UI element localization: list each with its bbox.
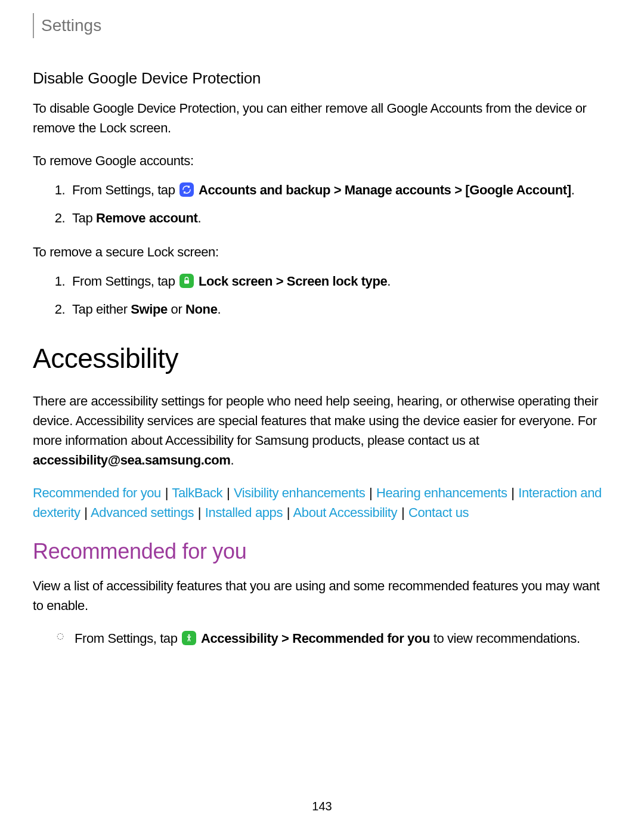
link-contact-us[interactable]: Contact us bbox=[408, 505, 469, 520]
step-text-bold: Remove account bbox=[96, 210, 197, 225]
step-remove-account-2: Tap Remove account. bbox=[69, 208, 611, 228]
link-installed-apps[interactable]: Installed apps bbox=[205, 505, 283, 520]
step-text-prefix: From Settings, tap bbox=[72, 274, 178, 289]
link-sep: | bbox=[84, 505, 87, 520]
intro-remove-accounts: To remove Google accounts: bbox=[33, 151, 611, 171]
step-text-suffix: . bbox=[218, 302, 221, 317]
steps-remove-lock-screen: From Settings, tap Lock screen > Screen … bbox=[33, 271, 611, 319]
svg-point-1 bbox=[188, 634, 190, 636]
recommended-intro: View a list of accessibility features th… bbox=[33, 576, 611, 615]
step-text-suffix: . bbox=[571, 182, 575, 197]
step-text-bold: Accessibility > Recommended for you bbox=[201, 631, 430, 646]
accessibility-intro-text: There are accessibility settings for peo… bbox=[33, 394, 598, 448]
accessibility-intro: There are accessibility settings for peo… bbox=[33, 391, 611, 470]
accessibility-icon bbox=[182, 631, 196, 645]
step-text-suffix: . bbox=[387, 274, 391, 289]
step-text-mid: to view recommendations. bbox=[430, 631, 580, 646]
step-text-bold: None bbox=[185, 302, 217, 317]
step-remove-lock-2: Tap either Swipe or None. bbox=[69, 299, 611, 319]
intro-remove-lock-screen: To remove a secure Lock screen: bbox=[33, 242, 611, 262]
page-header: Settings bbox=[33, 13, 611, 38]
link-sep: | bbox=[198, 505, 201, 520]
accessibility-intro-suffix: . bbox=[230, 453, 234, 467]
heading-accessibility: Accessibility bbox=[33, 338, 611, 379]
step-text-prefix: Tap bbox=[72, 210, 96, 225]
link-talkback[interactable]: TalkBack bbox=[172, 485, 222, 500]
link-visibility-enhancements[interactable]: Visibility enhancements bbox=[234, 485, 365, 500]
step-text-prefix: From Settings, tap bbox=[75, 631, 181, 646]
recommended-steps: From Settings, tap Accessibility > Recom… bbox=[33, 628, 611, 648]
step-text-prefix: Tap either bbox=[72, 302, 131, 317]
lock-screen-icon bbox=[179, 274, 194, 288]
link-recommended-for-you[interactable]: Recommended for you bbox=[33, 485, 161, 500]
page-header-title: Settings bbox=[41, 13, 611, 38]
heading-disable-protection: Disable Google Device Protection bbox=[33, 67, 611, 90]
link-advanced-settings[interactable]: Advanced settings bbox=[91, 505, 194, 520]
link-sep: | bbox=[227, 485, 230, 500]
heading-recommended-for-you: Recommended for you bbox=[33, 535, 611, 568]
link-hearing-enhancements[interactable]: Hearing enhancements bbox=[376, 485, 507, 500]
step-remove-account-1: From Settings, tap Accounts and backup >… bbox=[69, 180, 611, 200]
step-text-bold: Lock screen > Screen lock type bbox=[199, 274, 387, 289]
svg-rect-0 bbox=[184, 280, 189, 284]
steps-remove-google-accounts: From Settings, tap Accounts and backup >… bbox=[33, 180, 611, 228]
step-text-bold: Accounts and backup > Manage accounts > … bbox=[199, 182, 571, 197]
link-sep: | bbox=[369, 485, 372, 500]
accounts-backup-icon bbox=[179, 182, 194, 197]
accessibility-links: Recommended for you | TalkBack | Visibil… bbox=[33, 483, 611, 522]
recommended-step-1: From Settings, tap Accessibility > Recom… bbox=[57, 628, 611, 648]
section-disable-google-protection: Disable Google Device Protection To disa… bbox=[33, 67, 611, 319]
step-text-mid: or bbox=[168, 302, 185, 317]
accessibility-email: accessibility@sea.samsung.com bbox=[33, 453, 230, 467]
link-sep: | bbox=[401, 505, 404, 520]
step-remove-lock-1: From Settings, tap Lock screen > Screen … bbox=[69, 271, 611, 291]
intro-disable-protection: To disable Google Device Protection, you… bbox=[33, 98, 611, 138]
link-about-accessibility[interactable]: About Accessibility bbox=[293, 505, 398, 520]
step-text-prefix: From Settings, tap bbox=[72, 182, 178, 197]
step-text-suffix: . bbox=[197, 210, 201, 225]
link-sep: | bbox=[287, 505, 290, 520]
step-text-bold: Swipe bbox=[131, 302, 168, 317]
page-number: 143 bbox=[0, 797, 644, 815]
link-sep: | bbox=[165, 485, 168, 500]
link-sep: | bbox=[511, 485, 514, 500]
